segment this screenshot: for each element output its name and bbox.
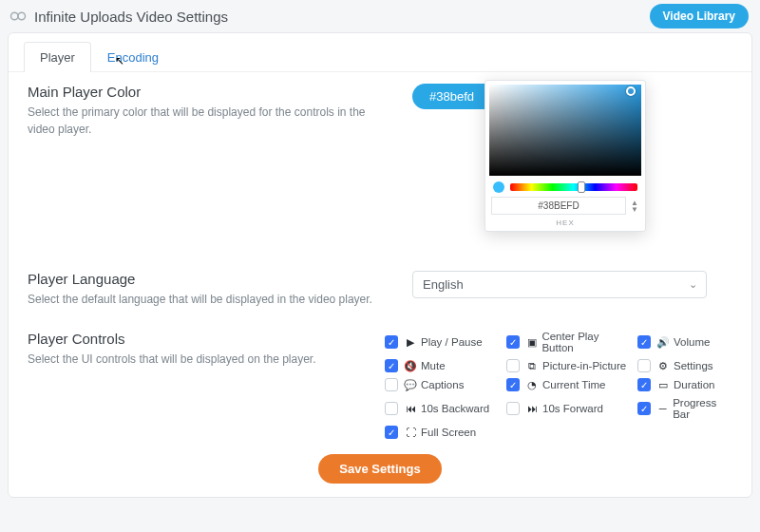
progress-icon: ─ <box>656 403 669 414</box>
section-main-player-color: Main Player Color Select the primary col… <box>9 72 751 267</box>
control-label: Settings <box>674 360 713 371</box>
infinite-uploads-logo-icon <box>10 8 27 25</box>
control-10s-forward[interactable]: ⏭ 10s Forward <box>506 397 630 420</box>
control-label: Captions <box>421 379 464 390</box>
control-label: Play / Pause <box>421 336 483 348</box>
control-label: Volume <box>674 336 710 348</box>
checkbox[interactable]: ✓ <box>506 378 520 391</box>
format-stepper[interactable]: ▲▼ <box>626 200 639 213</box>
checkbox[interactable]: ✓ <box>637 402 651 415</box>
settings-card: Player Encoding ↖ Main Player Color Sele… <box>8 32 752 498</box>
section-desc: Select the primary color that will be di… <box>28 104 384 138</box>
clock-icon: ◔ <box>525 379 539 391</box>
section-player-controls: Player Controls Select the UI controls t… <box>9 308 751 439</box>
center-play-icon: ▣ <box>525 336 538 349</box>
volume-icon: 🔊 <box>656 336 670 349</box>
hex-label: HEX <box>489 217 641 227</box>
control-label: Center Play Button <box>542 331 630 353</box>
controls-area: ✓ ▶ Play / Pause ✓ ▣ Center Play Button … <box>385 331 732 439</box>
rewind-icon: ⏮ <box>404 403 417 414</box>
checkbox[interactable] <box>385 378 398 391</box>
checkbox[interactable]: ✓ <box>637 335 651 349</box>
tabs: Player Encoding ↖ <box>9 41 751 72</box>
section-left: Player Language Select the default langu… <box>28 271 412 308</box>
hex-input[interactable] <box>491 197 626 215</box>
hex-row: ▲▼ <box>489 197 641 217</box>
checkbox[interactable]: ✓ <box>637 378 651 391</box>
video-library-button[interactable]: Video Library <box>650 4 749 28</box>
control-center-play[interactable]: ✓ ▣ Center Play Button <box>506 331 630 353</box>
controls-grid: ✓ ▶ Play / Pause ✓ ▣ Center Play Button … <box>385 331 732 439</box>
select-wrap: English ⌄ <box>412 271 707 298</box>
control-mute[interactable]: ✓ 🔇 Mute <box>385 359 499 372</box>
checkbox[interactable]: ✓ <box>385 426 398 439</box>
control-captions[interactable]: 💬 Captions <box>385 378 499 391</box>
control-progress-bar[interactable]: ✓ ─ Progress Bar <box>637 397 732 420</box>
checkbox[interactable] <box>637 359 651 372</box>
svg-point-1 <box>18 12 26 20</box>
control-label: Duration <box>674 379 714 390</box>
section-heading: Main Player Color <box>28 84 384 100</box>
control-current-time[interactable]: ✓ ◔ Current Time <box>506 378 630 391</box>
tab-player[interactable]: Player <box>24 42 91 72</box>
checkbox[interactable]: ✓ <box>506 335 520 349</box>
language-select[interactable]: English <box>412 271 707 298</box>
checkbox[interactable] <box>506 359 520 372</box>
control-volume[interactable]: ✓ 🔊 Volume <box>637 331 732 353</box>
control-label: Progress Bar <box>673 397 732 420</box>
checkbox[interactable]: ✓ <box>385 335 398 349</box>
control-pip[interactable]: ⧉ Picture-in-Picture <box>506 359 630 372</box>
section-heading: Player Language <box>28 271 384 287</box>
color-picker-area: #38befd ▲▼ HEX <box>412 84 732 267</box>
control-duration[interactable]: ✓ ▭ Duration <box>637 378 732 391</box>
hue-handle[interactable] <box>578 181 585 193</box>
checkbox[interactable] <box>506 402 520 415</box>
tab-encoding[interactable]: Encoding <box>91 42 175 72</box>
svg-point-0 <box>11 12 19 20</box>
play-icon: ▶ <box>404 336 417 349</box>
page-title: Infinite Uploads Video Settings <box>34 9 228 25</box>
checkbox[interactable] <box>385 402 398 415</box>
control-settings[interactable]: ⚙ Settings <box>637 359 732 372</box>
control-label: Picture-in-Picture <box>542 360 626 371</box>
control-label: Full Screen <box>421 427 476 438</box>
header-left: Infinite Uploads Video Settings <box>10 8 228 25</box>
fullscreen-icon: ⛶ <box>404 427 417 438</box>
section-left: Main Player Color Select the primary col… <box>28 84 412 267</box>
duration-icon: ▭ <box>656 379 670 391</box>
saturation-handle[interactable] <box>626 86 636 96</box>
mute-icon: 🔇 <box>404 360 417 372</box>
section-heading: Player Controls <box>28 331 356 347</box>
section-desc: Select the UI controls that will be disp… <box>28 351 356 368</box>
gear-icon: ⚙ <box>656 360 670 372</box>
color-swatch-button[interactable]: #38befd <box>412 84 489 109</box>
control-label: 10s Backward <box>421 403 489 414</box>
hue-row <box>489 176 641 197</box>
control-label: Mute <box>421 360 446 371</box>
control-10s-backward[interactable]: ⏮ 10s Backward <box>385 397 499 420</box>
checkbox[interactable]: ✓ <box>385 359 398 372</box>
section-player-language: Player Language Select the default langu… <box>9 267 751 308</box>
control-full-screen[interactable]: ✓ ⛶ Full Screen <box>385 426 499 439</box>
forward-icon: ⏭ <box>525 403 539 414</box>
control-label: 10s Forward <box>542 403 603 414</box>
hue-slider[interactable] <box>510 183 637 191</box>
captions-icon: 💬 <box>404 379 417 391</box>
control-play-pause[interactable]: ✓ ▶ Play / Pause <box>385 331 499 353</box>
color-picker-popover: ▲▼ HEX <box>484 80 646 232</box>
pip-icon: ⧉ <box>525 360 539 372</box>
page-header: Infinite Uploads Video Settings Video Li… <box>0 0 760 32</box>
section-desc: Select the default language that will be… <box>28 291 384 308</box>
saturation-area[interactable] <box>489 85 641 176</box>
save-row: Save Settings <box>9 439 751 484</box>
language-select-area: English ⌄ <box>412 271 732 308</box>
control-label: Current Time <box>542 379 605 390</box>
save-settings-button[interactable]: Save Settings <box>318 454 441 484</box>
current-color-dot-icon <box>493 181 504 193</box>
section-left: Player Controls Select the UI controls t… <box>28 331 385 439</box>
